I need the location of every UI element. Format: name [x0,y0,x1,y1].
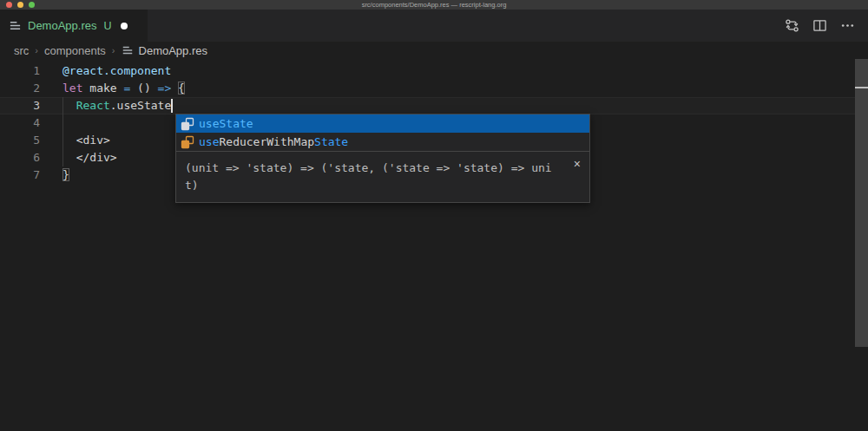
split-editor-icon[interactable] [812,18,827,33]
breadcrumb: src › components › DemoApp.res [0,42,868,59]
close-window-button[interactable] [6,2,12,8]
tab-label: DemoApp.res [28,19,96,32]
line-number: 2 [0,80,40,97]
symbol-value-icon [181,117,194,131]
code-token: </div> [62,151,117,164]
git-status-badge: U [103,20,111,32]
line-number: 5 [0,132,40,149]
line-number: 3 [0,97,40,114]
code-text: } [62,167,69,184]
code-token [171,82,178,95]
breadcrumb-separator: › [35,45,38,56]
code-token: @react.component [62,64,171,77]
symbol-value-icon [181,135,194,149]
zoom-window-button[interactable] [29,2,35,8]
line-number: 1 [0,62,40,80]
suggest-item-useReducerWithMapState[interactable]: useReducerWithMapState [176,133,589,151]
minimize-window-button[interactable] [17,2,23,8]
overview-ruler-cursor-mark [855,87,868,88]
suggest-list: useStateuseReducerWithMapState [176,114,589,151]
editor-actions [785,10,868,42]
suggest-item-useState[interactable]: useState [176,114,589,133]
close-doc-icon[interactable]: × [574,158,581,170]
breadcrumb-separator: › [112,45,115,56]
code-line-6[interactable]: 6 </div> [0,149,185,167]
window-title: src/components/DemoApp.res — rescript-la… [0,0,868,10]
vertical-scrollbar[interactable] [855,59,868,347]
code-area: 1@react.component2let make = () => {3 Re… [0,62,185,184]
tab-bar: DemoApp.res U [0,10,868,42]
code-text: <div> [62,132,110,149]
file-list-icon [9,19,22,32]
code-line-4[interactable]: 4 [0,114,185,132]
code-line-5[interactable]: 5 <div> [0,132,185,149]
code-line-3[interactable]: 3 React.useState [0,97,185,114]
code-token: make [89,82,116,95]
titlebar: src/components/DemoApp.res — rescript-la… [0,0,868,10]
suggest-item-label: useReducerWithMapState [199,135,348,148]
code-text: @react.component [62,62,171,80]
code-text: </div> [62,149,117,167]
code-token: React [76,99,110,112]
code-text: let make = () => { [62,80,185,97]
file-list-icon [122,44,134,56]
code-token [62,99,76,112]
unsaved-changes-dot[interactable] [121,23,128,29]
breadcrumb-item-src[interactable]: src [14,44,29,57]
code-token: => [158,82,172,95]
code-token: let [62,82,82,95]
code-token [130,82,137,95]
suggest-item-label: useState [199,117,253,130]
text-cursor [171,99,173,113]
suggest-widget: useStateuseReducerWithMapState (unit => … [175,114,590,203]
breadcrumb-item-file[interactable]: DemoApp.res [139,44,207,57]
code-token [151,82,158,95]
code-token: { [178,82,185,95]
code-token: } [62,168,69,181]
editor[interactable]: 1@react.component2let make = () => {3 Re… [0,59,868,431]
code-token: .useState [110,99,171,112]
traffic-lights [6,2,35,8]
code-token: () [137,82,151,95]
breadcrumb-item-components[interactable]: components [44,44,106,57]
suggest-doc-signature: (unit => 'state) => ('state, ('state => … [185,160,555,194]
line-number: 4 [0,114,40,132]
tab-demoapp-res[interactable]: DemoApp.res U [0,10,148,42]
compare-changes-icon[interactable] [785,18,799,33]
more-actions-icon[interactable] [840,18,855,33]
code-line-2[interactable]: 2let make = () => { [0,80,185,97]
vscode-window: src/components/DemoApp.res — rescript-la… [0,0,868,431]
suggest-doc-panel: (unit => 'state) => ('state, ('state => … [176,151,589,202]
code-line-1[interactable]: 1@react.component [0,62,185,80]
line-number: 6 [0,149,40,167]
code-line-7[interactable]: 7} [0,167,185,184]
code-token: <div> [62,134,110,147]
line-number: 7 [0,167,40,184]
code-text: React.useState [62,97,173,114]
